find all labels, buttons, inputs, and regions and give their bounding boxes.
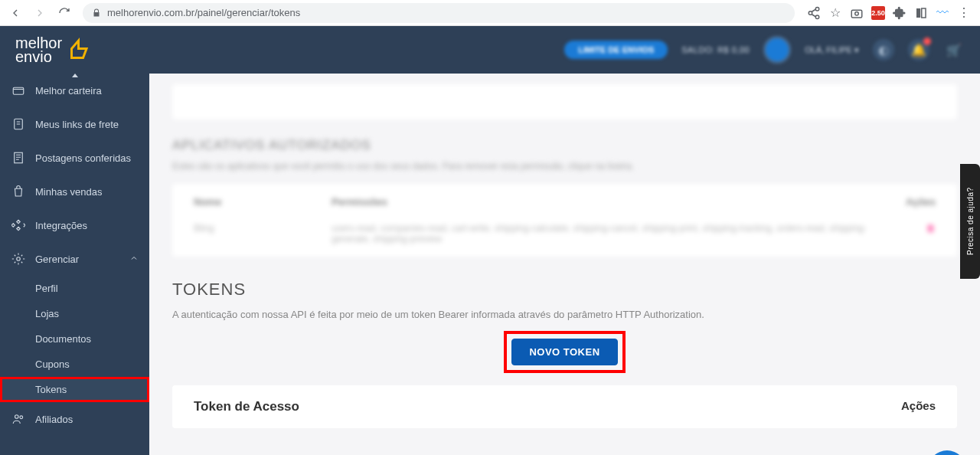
- bell-icon[interactable]: 🔔: [908, 39, 929, 61]
- back-button[interactable]: [5, 2, 26, 24]
- chevron-up-icon: [129, 254, 139, 265]
- camera-icon[interactable]: [850, 6, 864, 20]
- svg-rect-0: [851, 10, 862, 18]
- access-token-heading: Token de Acesso: [194, 399, 299, 414]
- sidebar-sub-tokens[interactable]: Tokens: [0, 377, 149, 402]
- help-tab[interactable]: Precisa de ajuda?: [960, 164, 980, 279]
- sidebar-item-label: Minhas vendas: [35, 186, 102, 198]
- col-perm: Permissões: [332, 196, 874, 208]
- user-name[interactable]: OLÁ, FILIPE ▾: [805, 45, 859, 55]
- svg-point-7: [17, 257, 21, 261]
- col-nome: Nome: [194, 196, 332, 208]
- sidebar-item-links[interactable]: Meus links de frete: [0, 107, 149, 141]
- globe-icon[interactable]: ◐: [873, 39, 894, 61]
- svg-rect-4: [13, 87, 24, 94]
- sidebar-item-afiliados[interactable]: Afiliados: [0, 402, 149, 436]
- browser-actions: ☆ 2.50 〰 ⋮: [802, 6, 975, 20]
- highlight-box: NOVO TOKEN: [504, 331, 625, 373]
- sidebar-sub-perfil[interactable]: Perfil: [0, 276, 149, 301]
- sidebar-item-label: Meus links de frete: [35, 119, 119, 130]
- extensions-icon[interactable]: [893, 6, 906, 20]
- address-bar[interactable]: melhorenvio.com.br/painel/gerenciar/toke…: [83, 3, 795, 23]
- integrations-icon: [11, 218, 26, 233]
- star-icon[interactable]: ☆: [828, 6, 842, 20]
- reload-button[interactable]: [54, 2, 75, 24]
- apps-desc: Estes são os aplicativos que você permit…: [172, 161, 957, 172]
- tokens-desc: A autenticação com nossa API é feita por…: [172, 309, 957, 320]
- col-acoes: Ações: [874, 196, 936, 208]
- sidebar-item-label: Integrações: [35, 220, 87, 231]
- bag-icon: [11, 184, 26, 199]
- sidebar-sub-documentos[interactable]: Documentos: [0, 326, 149, 352]
- sidebar-item-carteira[interactable]: Melhor carteira: [0, 74, 149, 107]
- brand-bottom: envio: [15, 50, 62, 64]
- chat-fab[interactable]: [928, 450, 966, 455]
- cart-icon[interactable]: 🛒: [943, 39, 965, 61]
- main-content: APLICATIVOS AUTORIZADOS Estes são os apl…: [149, 26, 980, 455]
- table-row: Bling users-read, companies-read, cart-w…: [194, 223, 936, 244]
- sidebar-item-label: Gerenciar: [35, 254, 79, 265]
- wave-icon[interactable]: 〰: [936, 6, 949, 20]
- access-token-actions: Ações: [901, 399, 936, 414]
- app-header: melhor envio LIMITE DE ENVIOS SALDO: R$ …: [0, 26, 980, 74]
- sidebar-item-label: Afiliados: [35, 414, 73, 425]
- brand-logo[interactable]: melhor envio: [15, 36, 91, 64]
- link-icon: [11, 116, 26, 132]
- svg-rect-6: [15, 152, 23, 163]
- blurred-card: [172, 84, 957, 119]
- sidebar: Melhor carteira Meus links de frete Post…: [0, 26, 149, 455]
- users-icon: [11, 411, 26, 427]
- sidebar-item-label: Melhor carteira: [35, 85, 102, 97]
- sidebar-sub-cupons[interactable]: Cupons: [0, 352, 149, 377]
- svg-rect-2: [916, 8, 920, 18]
- apps-table: Nome Permissões Ações Bling users-read, …: [172, 184, 957, 257]
- trash-icon[interactable]: 🗑: [874, 223, 936, 244]
- sidebar-item-vendas[interactable]: Minhas vendas: [0, 175, 149, 208]
- share-icon[interactable]: [807, 6, 821, 20]
- new-token-button[interactable]: NOVO TOKEN: [511, 339, 617, 365]
- svg-point-9: [20, 416, 23, 419]
- svg-rect-3: [922, 8, 926, 18]
- browser-toolbar: melhorenvio.com.br/painel/gerenciar/toke…: [0, 0, 980, 26]
- wallet-icon: [11, 83, 26, 98]
- thumb-icon: [64, 36, 91, 64]
- row-perm: users-read, companies-read, cart-write, …: [332, 223, 874, 244]
- gear-icon: [11, 251, 26, 267]
- svg-point-8: [15, 415, 19, 419]
- sidebar-sub-lojas[interactable]: Lojas: [0, 301, 149, 326]
- tokens-heading: TOKENS: [172, 280, 957, 300]
- row-nome: Bling: [194, 223, 332, 244]
- receipt-icon: [11, 150, 26, 165]
- menu-icon[interactable]: ⋮: [957, 6, 971, 20]
- url-text: melhorenvio.com.br/painel/gerenciar/toke…: [107, 7, 300, 18]
- sidebar-item-gerenciar[interactable]: Gerenciar: [0, 242, 149, 276]
- apps-heading: APLICATIVOS AUTORIZADOS: [172, 138, 957, 153]
- balance-text: SALDO: R$ 0,00: [681, 45, 750, 54]
- svg-point-1: [855, 11, 859, 15]
- sidebar-item-postagens[interactable]: Postagens conferidas: [0, 141, 149, 175]
- window-icon[interactable]: [914, 6, 928, 20]
- avatar[interactable]: [763, 36, 791, 64]
- sidebar-item-label: Postagens conferidas: [35, 152, 131, 164]
- limit-button[interactable]: LIMITE DE ENVIOS: [564, 41, 668, 59]
- extension-badge[interactable]: 2.50: [871, 6, 885, 20]
- lock-icon: [92, 8, 101, 18]
- token-card: Token de Acesso Ações: [172, 385, 957, 428]
- forward-button[interactable]: [29, 2, 51, 24]
- sidebar-item-integracoes[interactable]: Integrações: [0, 208, 149, 242]
